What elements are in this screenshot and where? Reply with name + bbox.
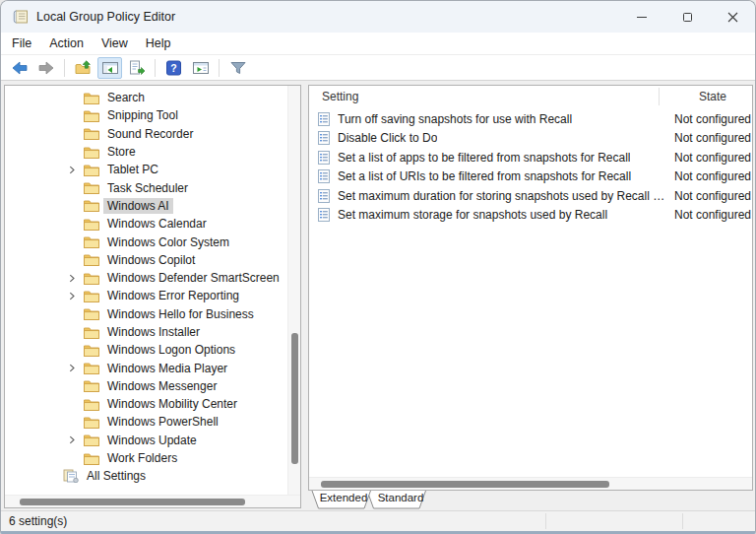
column-header-state[interactable]: State xyxy=(699,90,726,103)
settings-panel: Setting State Turn off saving snapshots … xyxy=(308,85,753,491)
chevron-right-icon[interactable] xyxy=(68,364,84,372)
policy-setting-icon xyxy=(317,208,331,222)
settings-row[interactable]: Set maximum duration for storing snapsho… xyxy=(309,186,751,206)
folder-icon xyxy=(84,416,100,429)
toolbar-show-console-tree-button[interactable] xyxy=(97,57,122,79)
tree-item-windows-media-player[interactable]: Windows Media Player xyxy=(5,359,287,376)
local-group-policy-editor-window: Local Group Policy Editor File Action Vi… xyxy=(0,0,756,534)
tree-item-windows-messenger[interactable]: Windows Messenger xyxy=(5,377,287,395)
tree-item-label: Search xyxy=(103,90,149,105)
state-label: Not configured xyxy=(674,112,751,126)
settings-row[interactable]: Set a list of apps to be filtered from s… xyxy=(309,148,751,167)
setting-label: Set a list of apps to be filtered from s… xyxy=(338,151,630,165)
minimize-button[interactable] xyxy=(619,1,664,33)
tab-extended[interactable]: Extended xyxy=(316,492,371,503)
settings-row[interactable]: Disable Click to DoNot configured xyxy=(309,129,751,149)
tree-item-search[interactable]: Search xyxy=(5,89,287,106)
tree-item-work-folders[interactable]: Work Folders xyxy=(5,449,287,467)
column-header-setting[interactable]: Setting xyxy=(309,90,358,103)
tree-item-windows-logon-options[interactable]: Windows Logon Options xyxy=(5,341,287,359)
setting-label: Disable Click to Do xyxy=(338,131,437,145)
tree-item-label: Windows Messenger xyxy=(103,378,220,394)
toolbar-console-window-button[interactable] xyxy=(188,57,213,79)
toolbar-separator xyxy=(64,59,65,77)
tree-item-windows-installer[interactable]: Windows Installer xyxy=(5,323,287,341)
forward-arrow-icon xyxy=(37,60,55,76)
toolbar-export-list-button[interactable] xyxy=(124,57,149,79)
menu-item-view[interactable]: View xyxy=(93,34,137,52)
toolbar-buttons: ? xyxy=(1,55,755,81)
folder-icon xyxy=(84,452,100,465)
console-tree-list: SearchSnipping ToolSound RecorderStoreTa… xyxy=(5,89,287,486)
folder-icon xyxy=(84,181,100,194)
chevron-right-icon[interactable] xyxy=(68,274,84,283)
tree-horizontal-scrollbar[interactable] xyxy=(5,495,300,507)
toolbar-back-arrow-button[interactable] xyxy=(7,57,32,79)
tree-item-label: Windows Installer xyxy=(103,324,204,340)
tree-vertical-scrollbar-thumb[interactable] xyxy=(291,333,298,464)
folder-icon xyxy=(84,307,100,320)
up-one-level-icon xyxy=(75,60,93,76)
folder-icon xyxy=(84,344,100,357)
column-divider[interactable] xyxy=(659,88,660,105)
console-tree-panel: SearchSnipping ToolSound RecorderStoreTa… xyxy=(4,85,301,508)
list-horizontal-scrollbar[interactable] xyxy=(309,477,752,490)
close-button[interactable] xyxy=(710,1,755,33)
folder-icon xyxy=(84,326,100,339)
back-arrow-icon xyxy=(11,60,29,76)
state-label: Not configured xyxy=(674,208,751,222)
tree-item-windows-update[interactable]: Windows Update xyxy=(5,432,287,449)
toolbar-help-button[interactable]: ? xyxy=(161,57,186,79)
tree-item-tablet-pc[interactable]: Tablet PC xyxy=(5,161,287,178)
toolbar-up-one-level-button[interactable] xyxy=(71,57,95,79)
settings-row[interactable]: Turn off saving snapshots for use with R… xyxy=(309,109,751,129)
list-horizontal-scrollbar-thumb[interactable] xyxy=(321,481,609,488)
tree-item-windows-calendar[interactable]: Windows Calendar xyxy=(5,215,287,233)
tree-item-windows-powershell[interactable]: Windows PowerShell xyxy=(5,413,287,431)
statusbar-separator xyxy=(545,513,546,529)
help-icon: ? xyxy=(165,60,182,76)
list-header: Setting State xyxy=(309,86,752,107)
titlebar: Local Group Policy Editor xyxy=(1,1,755,33)
show-console-tree-icon xyxy=(101,60,119,76)
state-label: Not configured xyxy=(674,169,751,183)
main-area: SearchSnipping ToolSound RecorderStoreTa… xyxy=(1,81,755,510)
statusbar: 6 setting(s) xyxy=(1,510,755,531)
tree-item-windows-color-system[interactable]: Windows Color System xyxy=(5,233,287,250)
tree-horizontal-scrollbar-thumb[interactable] xyxy=(20,499,245,505)
tree-item-windows-error-reporting[interactable]: Windows Error Reporting xyxy=(5,287,287,304)
settings-row[interactable]: Set a list of URIs to be filtered from s… xyxy=(309,167,751,187)
policy-setting-icon xyxy=(317,131,331,145)
menu-item-action[interactable]: Action xyxy=(40,34,93,52)
maximize-icon xyxy=(683,13,692,22)
chevron-right-icon[interactable] xyxy=(68,166,84,174)
toolbar-forward-arrow-button[interactable] xyxy=(33,57,58,79)
tree-item-sound-recorder[interactable]: Sound Recorder xyxy=(5,125,287,143)
filter-icon xyxy=(229,60,247,76)
tree-item-label: Task Scheduler xyxy=(103,180,192,196)
tree-item-label: Windows Mobility Center xyxy=(103,396,241,412)
tree-vertical-scrollbar[interactable] xyxy=(287,86,300,495)
setting-label: Set maximum duration for storing snapsho… xyxy=(338,189,664,203)
menu-item-help[interactable]: Help xyxy=(137,34,180,52)
setting-label: Set maximum storage for snapshots used b… xyxy=(338,208,607,222)
tree-item-windows-defender-smartscreen[interactable]: Windows Defender SmartScreen xyxy=(5,269,287,287)
settings-row[interactable]: Set maximum storage for snapshots used b… xyxy=(309,206,751,226)
tree-item-windows-hello-for-business[interactable]: Windows Hello for Business xyxy=(5,305,287,323)
tab-standard[interactable]: Standard xyxy=(373,492,428,503)
tree-item-snipping-tool[interactable]: Snipping Tool xyxy=(5,106,287,124)
menu-item-file[interactable]: File xyxy=(3,34,40,52)
tree-item-task-scheduler[interactable]: Task Scheduler xyxy=(5,178,287,196)
toolbar-filter-button[interactable] xyxy=(225,57,250,79)
tree-item-windows-ai[interactable]: Windows AI xyxy=(5,197,287,215)
chevron-right-icon[interactable] xyxy=(68,435,84,444)
tree-item-label: Windows Defender SmartScreen xyxy=(103,270,284,286)
chevron-right-icon[interactable] xyxy=(68,292,84,300)
maximize-button[interactable] xyxy=(664,1,710,33)
close-icon xyxy=(727,12,738,23)
tree-item-windows-copilot[interactable]: Windows Copilot xyxy=(5,251,287,269)
folder-icon xyxy=(84,109,100,122)
tree-item-store[interactable]: Store xyxy=(5,143,287,161)
tree-item-windows-mobility-center[interactable]: Windows Mobility Center xyxy=(5,395,287,413)
tree-item-all-settings[interactable]: All Settings xyxy=(5,467,287,485)
